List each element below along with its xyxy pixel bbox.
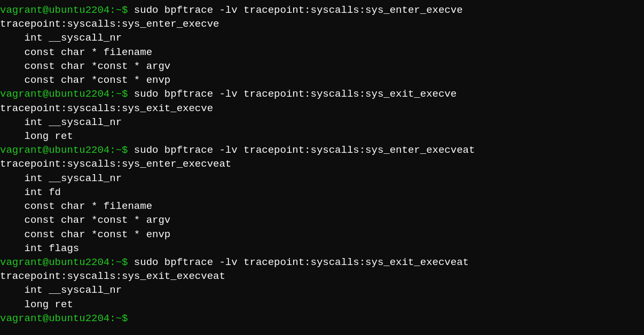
terminal-line: tracepoint:syscalls:sys_exit_execve [0,102,644,115]
command-text: sudo bpftrace -lv tracepoint:syscalls:sy… [134,4,463,16]
terminal-line: long ret [0,298,644,311]
command-text: sudo bpftrace -lv tracepoint:syscalls:sy… [134,88,457,100]
terminal-line: int __syscall_nr [0,283,644,297]
prompt-text: vagrant@ubuntu2204:~$ [0,4,134,16]
terminal-line: int __syscall_nr [0,172,644,185]
command-text: sudo bpftrace -lv tracepoint:syscalls:sy… [134,256,469,268]
prompt-text: vagrant@ubuntu2204:~$ [0,313,134,324]
command-text: sudo bpftrace -lv tracepoint:syscalls:sy… [134,144,475,156]
terminal-line: tracepoint:syscalls:sys_enter_execve [0,17,644,31]
terminal-line: const char *const * envp [0,73,644,87]
terminal-line: vagrant@ubuntu2204:~$ sudo bpftrace -lv … [0,255,644,269]
terminal-line: int __syscall_nr [0,115,644,129]
terminal-line: vagrant@ubuntu2204:~$ sudo bpftrace -lv … [0,3,644,17]
terminal-line: int fd [0,185,644,199]
terminal-line: const char * filename [0,199,644,213]
prompt-text: vagrant@ubuntu2204:~$ [0,88,134,100]
terminal-output: vagrant@ubuntu2204:~$ sudo bpftrace -lv … [0,3,644,325]
terminal-line: long ret [0,129,644,143]
terminal-line: const char *const * envp [0,228,644,241]
terminal-line: const char *const * argv [0,59,644,73]
terminal-line: vagrant@ubuntu2204:~$ [0,311,644,325]
terminal-window: vagrant@ubuntu2204:~$ sudo bpftrace -lv … [0,2,644,335]
prompt-text: vagrant@ubuntu2204:~$ [0,144,134,156]
terminal-line: int __syscall_nr [0,31,644,45]
terminal-line: const char * filename [0,45,644,59]
prompt-text: vagrant@ubuntu2204:~$ [0,256,134,268]
terminal-line: tracepoint:syscalls:sys_enter_execveat [0,157,644,171]
terminal-line: vagrant@ubuntu2204:~$ sudo bpftrace -lv … [0,143,644,157]
terminal-line: const char *const * argv [0,213,644,227]
terminal-line: tracepoint:syscalls:sys_exit_execveat [0,269,644,283]
terminal-line: int flags [0,241,644,255]
terminal-line: vagrant@ubuntu2204:~$ sudo bpftrace -lv … [0,87,644,101]
